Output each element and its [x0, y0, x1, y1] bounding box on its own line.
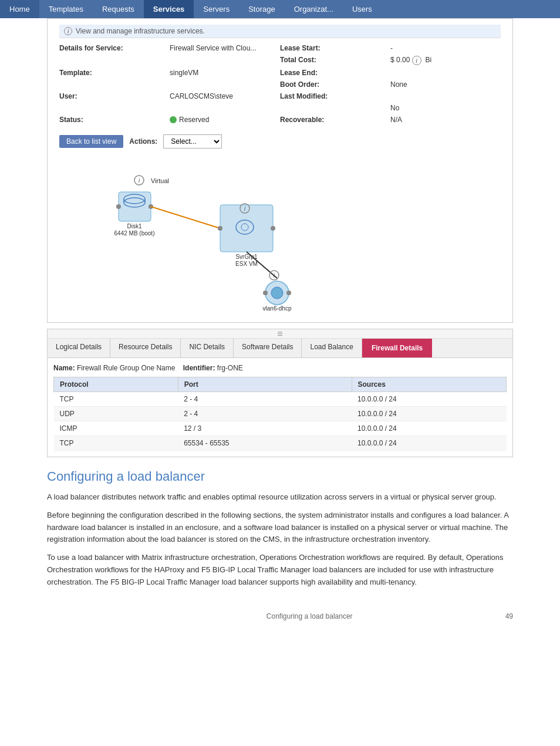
svg-point-9: [149, 204, 153, 209]
section-title: Configuring a load balancer: [47, 469, 513, 484]
firewall-content: Name: Firewall Rule Group One Name Ident…: [48, 358, 512, 457]
fw-cell-port: 2 - 4: [178, 392, 352, 407]
bi-label: Bi: [425, 56, 431, 64]
last-modified-value: [390, 92, 501, 100]
total-cost-info-icon: i: [412, 56, 421, 65]
nav-templates[interactable]: Templates: [39, 0, 93, 18]
details-for-service-label: Details for Service:: [59, 44, 170, 52]
fw-cell-sources: 10.0.0.0 / 24: [352, 407, 507, 421]
svg-text:SvrGrp1: SvrGrp1: [235, 254, 258, 260]
footer-left: Configuring a load balancer: [266, 612, 353, 620]
nav-requests[interactable]: Requests: [93, 0, 144, 18]
svg-text:6442 MB (boot): 6442 MB (boot): [114, 230, 155, 237]
svg-point-8: [116, 204, 121, 209]
svg-text:i: i: [139, 177, 140, 184]
table-row: UDP2 - 410.0.0.0 / 24: [54, 407, 507, 421]
fw-identifier-value: frg-ONE: [217, 364, 243, 372]
fw-cell-port: 12 / 3: [178, 421, 352, 436]
svg-point-17: [241, 224, 248, 231]
svg-point-0: [134, 175, 144, 185]
svg-point-26: [271, 287, 283, 299]
section-para-3: To use a load balancer with Matrix infra…: [47, 552, 513, 588]
lease-end-label: Lease End:: [280, 69, 390, 77]
status-label: Status:: [59, 116, 170, 125]
footer-right: 49: [505, 612, 513, 620]
lease-start-value: -: [390, 44, 501, 52]
svg-point-27: [263, 291, 268, 295]
svg-text:i: i: [274, 272, 275, 279]
svg-point-5: [124, 198, 145, 207]
tab-software-details[interactable]: Software Details: [234, 339, 302, 357]
svg-text:vlan6-dhcp: vlan6-dhcp: [263, 305, 292, 312]
tab-resource-details[interactable]: Resource Details: [110, 339, 181, 357]
col-header-protocol: Protocol: [54, 377, 178, 392]
fw-cell-protocol: UDP: [54, 407, 178, 421]
recoverable-label: Recoverable:: [280, 116, 390, 125]
tab-load-balance[interactable]: Load Balance: [302, 339, 362, 357]
user-value: CARLOSCMS\steve: [170, 92, 280, 100]
total-cost-value: $ 0.00 i Bi: [390, 56, 501, 65]
svg-point-16: [236, 220, 254, 234]
recoverable-value: N/A: [390, 116, 501, 125]
tabs-section: ≡ Logical Details Resource Details NIC D…: [47, 329, 513, 457]
fw-name-label: Name:: [53, 364, 75, 372]
svg-text:Virtual: Virtual: [151, 177, 169, 184]
fw-name-value: Firewall Rule Group One Name: [77, 364, 175, 372]
svg-line-12: [151, 207, 220, 228]
info-icon: i: [64, 27, 72, 35]
boot-order-label: Boot Order:: [280, 80, 390, 89]
svg-point-28: [286, 291, 291, 295]
total-cost-label: Total Cost:: [280, 56, 390, 65]
tab-nic-details[interactable]: NIC Details: [181, 339, 234, 357]
fw-cell-protocol: TCP: [54, 436, 178, 451]
status-indicator: [170, 116, 177, 123]
drag-handle[interactable]: ≡: [48, 329, 512, 339]
fw-cell-port: 2 - 4: [178, 407, 352, 421]
tabs-bar: Logical Details Resource Details NIC Det…: [48, 339, 512, 358]
details-grid: Details for Service: Firewall Service wi…: [59, 38, 501, 131]
table-row: ICMP12 / 310.0.0.0 / 24: [54, 421, 507, 436]
fw-identifier-label: Identifier:: [183, 364, 215, 372]
nav-organizat[interactable]: Organizat...: [285, 0, 343, 18]
fw-cell-sources: 10.0.0.0 / 24: [352, 392, 507, 407]
diagram-area: i Virtual Disk1 6442 MB (boot) i: [59, 152, 501, 316]
details-for-service-value: Firewall Service with Clou...: [170, 44, 280, 52]
svg-rect-3: [119, 192, 151, 221]
template-value: singleVM: [170, 69, 280, 77]
svg-point-18: [218, 226, 222, 231]
firewall-table: Protocol Port Sources TCP2 - 410.0.0.0 /…: [53, 377, 507, 451]
main-content: i View and manage infrastructure service…: [47, 18, 513, 323]
section-para-1: A load balancer distributes network traf…: [47, 491, 513, 504]
lease-end-value: [390, 69, 501, 77]
firewall-name-row: Name: Firewall Rule Group One Name Ident…: [53, 364, 507, 372]
info-bar: i View and manage infrastructure service…: [59, 25, 501, 38]
nav-home[interactable]: Home: [0, 0, 39, 18]
table-row: TCP2 - 410.0.0.0 / 24: [54, 392, 507, 407]
nav-storage[interactable]: Storage: [239, 0, 285, 18]
no-label: No: [390, 104, 501, 112]
nav-servers[interactable]: Servers: [194, 0, 239, 18]
back-to-list-button[interactable]: Back to list view: [59, 135, 123, 148]
actions-label: Actions:: [129, 137, 157, 146]
bottom-section: Configuring a load balancer A load balan…: [0, 457, 560, 606]
nav-services[interactable]: Services: [144, 0, 194, 18]
tab-logical-details[interactable]: Logical Details: [48, 339, 110, 357]
svg-text:Disk1: Disk1: [127, 223, 141, 229]
svg-rect-13: [220, 205, 273, 252]
page-footer: Configuring a load balancer 49: [0, 606, 560, 626]
svg-point-19: [271, 226, 275, 231]
svg-point-4: [124, 194, 145, 204]
svg-point-25: [265, 281, 289, 305]
nav-users[interactable]: Users: [343, 0, 382, 18]
tab-firewall-details[interactable]: Firewall Details: [362, 339, 432, 357]
actions-select[interactable]: Select...: [163, 134, 222, 148]
last-modified-label: Last Modified:: [280, 92, 390, 100]
fw-cell-protocol: TCP: [54, 392, 178, 407]
svg-text:i: i: [244, 205, 246, 212]
lease-start-label: Lease Start:: [280, 44, 390, 52]
actions-row: Back to list view Actions: Select...: [59, 131, 501, 152]
col-header-sources: Sources: [352, 377, 507, 392]
col-header-port: Port: [178, 377, 352, 392]
navigation-bar: Home Templates Requests Services Servers…: [0, 0, 560, 18]
section-para-2: Before beginning the configuration descr…: [47, 509, 513, 546]
